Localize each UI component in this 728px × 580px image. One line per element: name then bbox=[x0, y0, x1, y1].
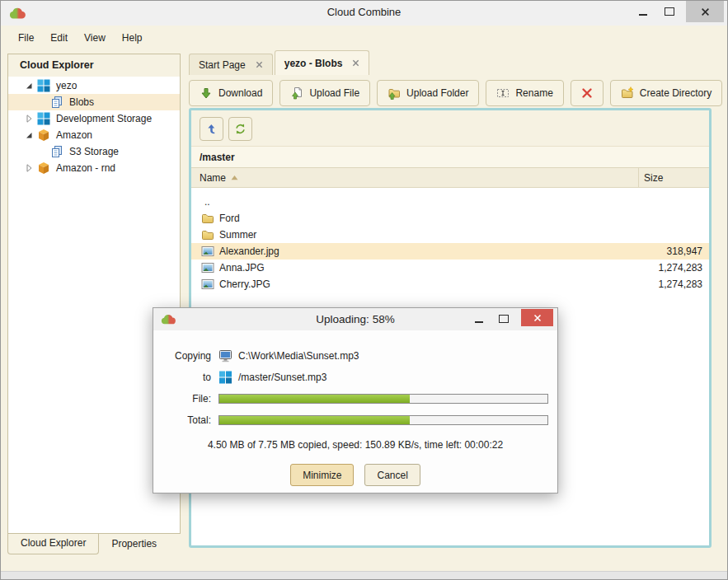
image-file-icon bbox=[201, 245, 214, 258]
expander-open-icon[interactable] bbox=[24, 81, 34, 91]
column-name[interactable]: Name bbox=[191, 168, 638, 187]
dialog-maximize-button[interactable] bbox=[493, 310, 514, 327]
azure-icon bbox=[37, 112, 50, 125]
menu-bar: File Edit View Help bbox=[1, 26, 727, 49]
tree-item-label: S3 Storage bbox=[69, 146, 119, 157]
close-button[interactable] bbox=[686, 1, 724, 22]
file-label: File: bbox=[153, 393, 211, 405]
refresh-button[interactable] bbox=[228, 117, 252, 141]
list-item-file[interactable]: Anna.JPG 1,274,283 bbox=[191, 260, 709, 276]
list-item-file[interactable]: Alexander.jpg 318,947 bbox=[191, 243, 709, 260]
upload-file-icon bbox=[290, 87, 303, 100]
close-icon bbox=[701, 7, 710, 16]
window-bottom-edge bbox=[1, 571, 727, 579]
list-item-folder[interactable]: Summer bbox=[191, 227, 709, 243]
expander-open-icon[interactable] bbox=[24, 130, 34, 140]
rename-button[interactable]: Rename bbox=[486, 80, 563, 106]
expander-closed-icon[interactable] bbox=[24, 163, 34, 173]
to-label: to bbox=[153, 372, 211, 383]
file-name: Alexander.jpg bbox=[219, 246, 630, 257]
folder-icon bbox=[201, 212, 214, 225]
tree-item-blobs[interactable]: Blobs bbox=[8, 94, 180, 110]
tree-item-development-storage[interactable]: Development Storage bbox=[8, 110, 180, 127]
tab-start-page[interactable]: Start Page bbox=[189, 54, 273, 75]
total-progress-row: Total: bbox=[153, 412, 557, 428]
menu-file[interactable]: File bbox=[10, 29, 42, 47]
tree-item-amazon[interactable]: Amazon bbox=[8, 127, 180, 143]
upload-folder-label: Upload Folder bbox=[406, 87, 468, 99]
transfer-status: 4.50 MB of 7.75 MB copied, speed: 150.89… bbox=[153, 439, 557, 451]
file-progress-bar bbox=[218, 394, 548, 404]
menu-help[interactable]: Help bbox=[114, 29, 151, 47]
up-level-button[interactable] bbox=[200, 117, 223, 141]
tab-close-icon[interactable] bbox=[352, 59, 359, 67]
file-nav-bar bbox=[191, 110, 709, 146]
upload-file-label: Upload File bbox=[309, 87, 359, 99]
list-item-parent[interactable]: .. bbox=[191, 194, 709, 210]
image-file-icon bbox=[201, 278, 214, 291]
upload-file-button[interactable]: Upload File bbox=[279, 80, 370, 106]
tree-item-label: Blobs bbox=[69, 96, 94, 108]
minimize-dialog-button[interactable]: Minimize bbox=[290, 464, 354, 486]
cloud-explorer-tree: yezo Blobs Development Storage Amazon S3 bbox=[8, 77, 180, 176]
list-item-folder[interactable]: Ford bbox=[191, 210, 709, 227]
sidebar-tabs: Cloud Explorer Properties bbox=[7, 534, 169, 556]
folder-icon bbox=[201, 228, 214, 241]
delete-button[interactable] bbox=[571, 80, 604, 106]
total-progress-bar bbox=[218, 415, 548, 425]
tab-yezo-blobs[interactable]: yezo - Blobs bbox=[275, 50, 370, 75]
tree-item-label: Amazon bbox=[56, 129, 92, 141]
minimize-button[interactable] bbox=[632, 1, 655, 22]
cloud-app-icon bbox=[161, 314, 176, 325]
azure-icon bbox=[218, 371, 232, 384]
file-list: .. Ford Summer Alexander.jpg 318,947 Ann… bbox=[191, 188, 709, 292]
list-item-file[interactable]: Cherry.JPG 1,274,283 bbox=[191, 276, 709, 292]
expander-closed-icon[interactable] bbox=[24, 114, 34, 124]
cancel-button[interactable]: Cancel bbox=[364, 464, 420, 486]
maximize-icon bbox=[665, 7, 674, 16]
aws-bucket-icon bbox=[37, 129, 50, 142]
tree-item-label: Amazon - rnd bbox=[56, 162, 115, 174]
tree-item-label: Development Storage bbox=[56, 113, 152, 124]
delete-icon bbox=[580, 87, 594, 100]
sidebar-header: Cloud Explorer bbox=[8, 54, 180, 77]
azure-icon bbox=[37, 79, 50, 92]
file-name: Summer bbox=[219, 229, 630, 241]
minimize-icon bbox=[475, 321, 483, 323]
menu-view[interactable]: View bbox=[76, 29, 114, 47]
file-name: Ford bbox=[219, 213, 630, 224]
dialog-close-button[interactable] bbox=[521, 309, 553, 326]
tree-item-yezo[interactable]: yezo bbox=[8, 77, 180, 94]
dialog-minimize-button[interactable] bbox=[468, 310, 490, 327]
up-level-icon bbox=[205, 123, 218, 135]
tab-label: yezo - Blobs bbox=[284, 58, 343, 69]
aws-bucket-icon bbox=[37, 161, 50, 175]
file-name: Anna.JPG bbox=[219, 262, 630, 274]
file-size: 318,947 bbox=[630, 246, 709, 257]
create-directory-button[interactable]: Create Directory bbox=[610, 80, 722, 106]
dialog-title: Uploading: 58% bbox=[316, 313, 394, 325]
download-button[interactable]: Download bbox=[189, 80, 273, 106]
download-icon bbox=[200, 87, 213, 100]
column-size-label: Size bbox=[644, 172, 663, 184]
column-name-label: Name bbox=[200, 172, 226, 184]
menu-edit[interactable]: Edit bbox=[42, 29, 76, 47]
file-name: Cherry.JPG bbox=[219, 278, 630, 290]
upload-folder-button[interactable]: Upload Folder bbox=[377, 80, 479, 106]
rename-label: Rename bbox=[515, 87, 552, 99]
maximize-button[interactable] bbox=[658, 1, 681, 22]
tab-close-icon[interactable] bbox=[256, 61, 263, 68]
tab-cloud-explorer[interactable]: Cloud Explorer bbox=[7, 534, 99, 554]
document-tabs: Start Page yezo - Blobs bbox=[189, 51, 371, 75]
column-size[interactable]: Size bbox=[638, 168, 709, 187]
tab-properties[interactable]: Properties bbox=[99, 534, 169, 554]
tree-item-amazon-rnd[interactable]: Amazon - rnd bbox=[8, 160, 180, 176]
total-progress-fill bbox=[219, 416, 410, 424]
dialog-title-bar: Uploading: 58% bbox=[153, 308, 557, 330]
close-icon bbox=[533, 314, 542, 322]
source-path: C:\Work\Media\Sunset.mp3 bbox=[238, 350, 359, 362]
blobs-icon bbox=[50, 145, 63, 158]
tree-item-s3-storage[interactable]: S3 Storage bbox=[8, 143, 180, 160]
refresh-icon bbox=[234, 123, 247, 135]
dialog-buttons: Minimize Cancel bbox=[153, 464, 557, 486]
